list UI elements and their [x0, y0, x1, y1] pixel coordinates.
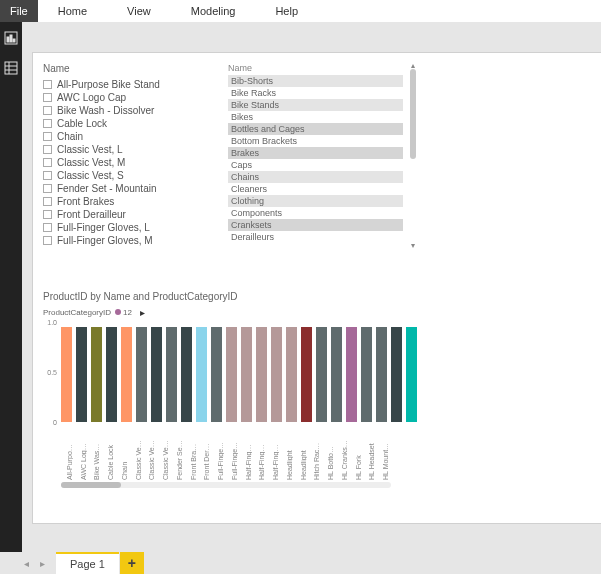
slicer-item[interactable]: Classic Vest, L: [43, 143, 213, 156]
checkbox-icon[interactable]: [43, 80, 52, 89]
chart-bar[interactable]: [121, 327, 132, 422]
chart-bar[interactable]: [61, 327, 72, 422]
slicer-item[interactable]: Classic Vest, M: [43, 156, 213, 169]
sheet-prev-icon[interactable]: ◂: [24, 558, 34, 569]
chart-bar[interactable]: [76, 327, 87, 422]
chart-bar[interactable]: [181, 327, 192, 422]
category-row[interactable]: Brakes: [228, 147, 403, 159]
chart-bar[interactable]: [211, 327, 222, 422]
chart-bar[interactable]: [271, 327, 282, 422]
slicer-item[interactable]: Classic Vest, S: [43, 169, 213, 182]
menu-home-label: Home: [58, 5, 87, 17]
checkbox-icon[interactable]: [43, 223, 52, 232]
menu-help[interactable]: Help: [255, 5, 318, 17]
slicer-item[interactable]: Full-Finger Gloves, L: [43, 221, 213, 234]
checkbox-icon[interactable]: [43, 236, 52, 245]
slicer-item-label: Bike Wash - Dissolver: [57, 105, 154, 116]
legend-item-label: 13: [123, 317, 132, 319]
checkbox-icon[interactable]: [43, 210, 52, 219]
add-sheet-button[interactable]: +: [120, 552, 144, 574]
menu-view[interactable]: View: [107, 5, 171, 17]
checkbox-icon[interactable]: [43, 132, 52, 141]
category-row[interactable]: Bottom Brackets: [228, 135, 403, 147]
x-tick-label: Chain: [121, 424, 128, 480]
slicer-title: Name: [43, 63, 213, 74]
x-tick: Half-Fing…: [267, 422, 277, 480]
chart-bar[interactable]: [91, 327, 102, 422]
legend-more-icon[interactable]: ▸: [140, 307, 145, 318]
checkbox-icon[interactable]: [43, 119, 52, 128]
checkbox-icon[interactable]: [43, 145, 52, 154]
category-row[interactable]: Components: [228, 207, 403, 219]
slicer-item[interactable]: All-Purpose Bike Stand: [43, 78, 213, 91]
category-row[interactable]: Clothing: [228, 195, 403, 207]
slicer-item[interactable]: Fender Set - Mountain: [43, 182, 213, 195]
checkbox-icon[interactable]: [43, 171, 52, 180]
chart-h-scrollbar[interactable]: [61, 482, 391, 488]
data-view-icon[interactable]: [3, 60, 19, 76]
chart-bar[interactable]: [301, 327, 312, 422]
checkbox-icon[interactable]: [43, 184, 52, 193]
x-tick: HL Cranks…: [336, 422, 346, 480]
chart-bar[interactable]: [406, 327, 417, 422]
category-scrollbar[interactable]: ▴ ▾: [409, 69, 417, 239]
slicer-item[interactable]: Bike Wash - Dissolver: [43, 104, 213, 117]
slicer-item[interactable]: Full-Finger Gloves, M: [43, 234, 213, 247]
slicer-item[interactable]: Cable Lock: [43, 117, 213, 130]
sheet-tab-page1[interactable]: Page 1: [56, 552, 119, 574]
category-row[interactable]: Bib-Shorts: [228, 75, 403, 87]
chart-bar[interactable]: [226, 327, 237, 422]
chart-h-scroll-thumb[interactable]: [61, 482, 121, 488]
chart-bar[interactable]: [256, 327, 267, 422]
category-row[interactable]: Chains: [228, 171, 403, 183]
chart-bar[interactable]: [286, 327, 297, 422]
category-list: Bib-ShortsBike RacksBike StandsBikesBott…: [228, 75, 403, 243]
chart-bar[interactable]: [346, 327, 357, 422]
category-row[interactable]: Derailleurs: [228, 231, 403, 243]
chart-bar[interactable]: [316, 327, 327, 422]
chart-bar[interactable]: [196, 327, 207, 422]
slicer-item[interactable]: AWC Logo Cap: [43, 91, 213, 104]
sheet-next-icon[interactable]: ▸: [40, 558, 50, 569]
category-row[interactable]: Bottles and Cages: [228, 123, 403, 135]
slicer-item[interactable]: Front Derailleur: [43, 208, 213, 221]
scroll-up-arrow[interactable]: ▴: [409, 61, 417, 69]
slicer-item-label: Front Brakes: [57, 196, 114, 207]
scroll-down-arrow[interactable]: ▾: [409, 241, 417, 249]
x-tick: AWC Log…: [75, 422, 85, 480]
chart-bar[interactable]: [331, 327, 342, 422]
report-view-icon[interactable]: [3, 30, 19, 46]
legend-title: ProductCategoryID: [43, 308, 111, 317]
checkbox-icon[interactable]: [43, 197, 52, 206]
legend-swatch-icon: [115, 309, 121, 315]
x-tick-label: HL Botto…: [327, 424, 334, 480]
checkbox-icon[interactable]: [43, 106, 52, 115]
chart-bar[interactable]: [361, 327, 372, 422]
chart-bar[interactable]: [391, 327, 402, 422]
category-row[interactable]: Cleaners: [228, 183, 403, 195]
slicer-item[interactable]: Chain: [43, 130, 213, 143]
chart-bar[interactable]: [106, 327, 117, 422]
checkbox-icon[interactable]: [43, 158, 52, 167]
category-row[interactable]: Bike Stands: [228, 99, 403, 111]
menu-modeling[interactable]: Modeling: [171, 5, 256, 17]
legend-item[interactable]: 12: [115, 308, 132, 317]
category-row[interactable]: Bikes: [228, 111, 403, 123]
menu-home[interactable]: Home: [38, 5, 107, 17]
category-row[interactable]: Bike Racks: [228, 87, 403, 99]
checkbox-icon[interactable]: [43, 93, 52, 102]
x-tick: HL Botto…: [322, 422, 332, 480]
slicer-item[interactable]: Front Brakes: [43, 195, 213, 208]
x-tick-label: Half-Fing…: [258, 424, 265, 480]
category-row[interactable]: Caps: [228, 159, 403, 171]
chart-bar[interactable]: [151, 327, 162, 422]
category-row[interactable]: Cranksets: [228, 219, 403, 231]
chart-bar[interactable]: [166, 327, 177, 422]
legend-item[interactable]: 13: [115, 317, 132, 319]
x-tick: Full-Finge…: [212, 422, 222, 480]
menu-file[interactable]: File: [0, 0, 38, 22]
chart-bar[interactable]: [376, 327, 387, 422]
scroll-thumb[interactable]: [410, 69, 416, 159]
chart-bar[interactable]: [136, 327, 147, 422]
chart-bar[interactable]: [241, 327, 252, 422]
